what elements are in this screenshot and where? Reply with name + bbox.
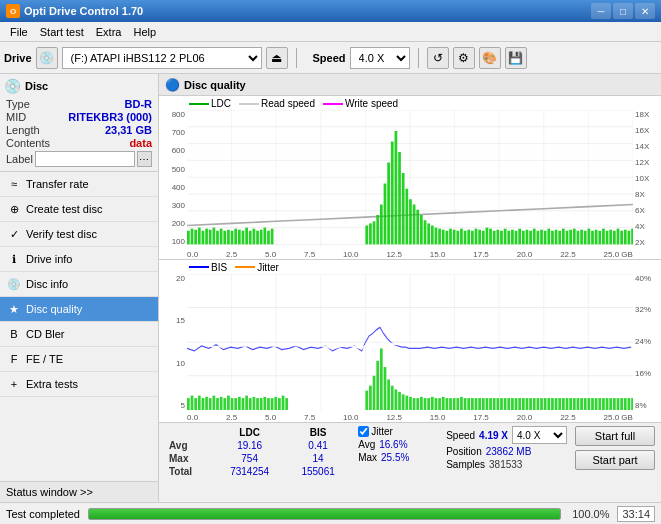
svg-rect-96 [558, 231, 561, 245]
toolbar-separator-2 [418, 48, 419, 68]
svg-rect-56 [413, 205, 416, 245]
jitter-checkbox[interactable] [358, 426, 369, 437]
disc-type-value: BD-R [125, 98, 153, 110]
disc-label-input[interactable] [35, 151, 135, 167]
svg-rect-224 [602, 398, 605, 410]
nav-create-test-disc[interactable]: ⊕ Create test disc [0, 197, 158, 222]
maximize-button[interactable]: □ [613, 3, 633, 19]
eject-button[interactable]: ⏏ [266, 47, 288, 69]
disc-label-row: Label ⋯ [4, 151, 154, 167]
nav-cd-bler[interactable]: B CD Bler [0, 322, 158, 347]
svg-rect-173 [416, 398, 419, 410]
disc-mid-label: MID [6, 111, 26, 123]
nav-extra-tests[interactable]: + Extra tests [0, 372, 158, 397]
svg-rect-76 [486, 228, 489, 245]
svg-rect-132 [191, 395, 194, 410]
stats-max-label: Max [165, 452, 213, 465]
samples-row: Samples 381533 [446, 459, 567, 470]
svg-rect-217 [577, 398, 580, 410]
legend-bis: BIS [189, 262, 227, 273]
menu-extra[interactable]: Extra [90, 25, 128, 39]
position-row: Position 23862 MB [446, 446, 567, 457]
svg-rect-177 [431, 396, 434, 410]
svg-rect-204 [529, 398, 532, 410]
extra-tests-icon: + [6, 376, 22, 392]
disc-mid-value: RITEKBR3 (000) [68, 111, 152, 123]
svg-rect-212 [558, 398, 561, 410]
legend-write: Write speed [323, 98, 398, 109]
speed-select[interactable]: 4.0 X [350, 47, 410, 69]
svg-rect-210 [551, 398, 554, 410]
svg-rect-78 [493, 231, 496, 245]
svg-rect-30 [227, 230, 230, 245]
color-button[interactable]: 🎨 [479, 47, 501, 69]
svg-rect-225 [606, 398, 609, 410]
svg-rect-61 [431, 226, 434, 245]
status-window-button[interactable]: Status window >> [0, 481, 158, 502]
app-icon: O [6, 4, 20, 18]
svg-rect-197 [504, 398, 507, 410]
disc-type-label: Type [6, 98, 30, 110]
svg-rect-192 [486, 398, 489, 410]
svg-rect-38 [256, 231, 259, 245]
svg-rect-151 [260, 398, 263, 410]
settings-button[interactable]: ⚙ [453, 47, 475, 69]
menu-help[interactable]: Help [127, 25, 162, 39]
stats-max-ldc: 754 [213, 452, 286, 465]
svg-rect-79 [496, 230, 499, 245]
menu-start-test[interactable]: Start test [34, 25, 90, 39]
disc-label-button[interactable]: ⋯ [137, 151, 152, 167]
y-axis-left-bottom: 20 15 10 5 [159, 274, 187, 411]
svg-rect-24 [205, 229, 208, 245]
nav-disc-quality[interactable]: ★ Disc quality [0, 297, 158, 322]
svg-rect-19 [187, 231, 190, 245]
svg-rect-143 [231, 398, 234, 410]
nav-transfer-rate[interactable]: ≈ Transfer rate [0, 172, 158, 197]
svg-rect-140 [220, 396, 223, 410]
svg-rect-226 [609, 398, 612, 410]
stats-col-ldc: LDC [213, 426, 286, 439]
svg-rect-33 [238, 230, 241, 245]
titlebar-controls[interactable]: ─ □ ✕ [591, 3, 655, 19]
jitter-header: Jitter [358, 426, 438, 437]
svg-rect-170 [405, 395, 408, 410]
read-dot [239, 103, 259, 105]
titlebar-left: O Opti Drive Control 1.70 [6, 4, 143, 18]
stats-total-row: Total 7314254 155061 [165, 465, 350, 478]
close-button[interactable]: ✕ [635, 3, 655, 19]
svg-rect-219 [584, 398, 587, 410]
svg-rect-46 [376, 215, 379, 244]
stats-col-bis: BIS [286, 426, 350, 439]
minimize-button[interactable]: ─ [591, 3, 611, 19]
svg-rect-147 [245, 395, 248, 410]
nav-fe-te[interactable]: F FE / TE [0, 347, 158, 372]
nav-drive-info[interactable]: ℹ Drive info [0, 247, 158, 272]
drive-info-icon: ℹ [6, 251, 22, 267]
stats-total-ldc: 7314254 [213, 465, 286, 478]
svg-rect-131 [187, 398, 190, 410]
write-dot [323, 103, 343, 105]
nav-transfer-rate-label: Transfer rate [26, 178, 89, 190]
save-button[interactable]: 💾 [505, 47, 527, 69]
svg-rect-115 [628, 231, 631, 245]
svg-rect-187 [467, 398, 470, 410]
nav-verify-test-disc[interactable]: ✓ Verify test disc [0, 222, 158, 247]
refresh-button[interactable]: ↺ [427, 47, 449, 69]
svg-rect-207 [540, 398, 543, 410]
svg-rect-166 [391, 385, 394, 410]
svg-rect-134 [198, 395, 201, 410]
drive-icon-button[interactable]: 💿 [36, 47, 58, 69]
start-part-button[interactable]: Start part [575, 450, 655, 470]
disc-header-title: Disc [25, 80, 48, 92]
svg-rect-31 [231, 231, 234, 245]
disc-info-icon: 💿 [6, 276, 22, 292]
svg-rect-227 [613, 398, 616, 410]
start-full-button[interactable]: Start full [575, 426, 655, 446]
speed-select[interactable]: 4.0 X [512, 426, 567, 444]
svg-rect-20 [191, 229, 194, 245]
svg-rect-21 [194, 230, 197, 245]
menu-file[interactable]: File [4, 25, 34, 39]
svg-rect-194 [493, 398, 496, 410]
nav-disc-info[interactable]: 💿 Disc info [0, 272, 158, 297]
drive-select[interactable]: (F:) ATAPI iHBS112 2 PL06 [62, 47, 262, 69]
